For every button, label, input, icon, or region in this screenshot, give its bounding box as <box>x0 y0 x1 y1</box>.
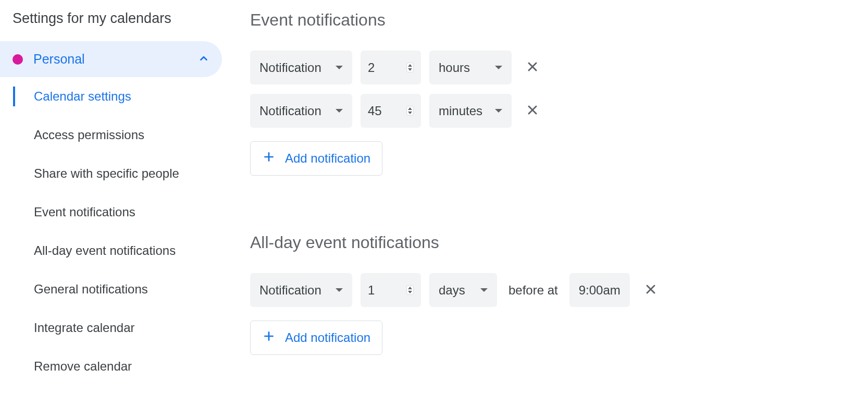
sidebar-title: Settings for my calendars <box>0 10 229 41</box>
add-allday-notification-button[interactable]: Add notification <box>250 321 382 355</box>
number-spinner[interactable] <box>406 106 414 116</box>
calendar-color-dot <box>13 54 23 65</box>
spinner-down-icon[interactable] <box>407 290 413 294</box>
spinner-down-icon[interactable] <box>407 68 413 71</box>
before-at-text: before at <box>509 283 558 298</box>
plus-icon <box>262 150 276 167</box>
dropdown-arrow-icon <box>336 288 343 292</box>
plus-icon <box>262 329 276 346</box>
notification-unit-value: days <box>439 283 465 298</box>
notification-time-value: 9:00am <box>579 283 621 298</box>
notification-type-value: Notification <box>259 104 321 118</box>
notification-value-input[interactable]: 45 <box>361 94 421 128</box>
sidebar-nav-item[interactable]: Remove calendar <box>15 347 229 386</box>
notification-type-select[interactable]: Notification <box>250 273 352 307</box>
svg-marker-4 <box>408 107 412 110</box>
notification-unit-select[interactable]: days <box>429 273 497 307</box>
remove-notification-button[interactable] <box>520 97 545 124</box>
spinner-up-icon[interactable] <box>407 64 413 67</box>
allday-notifications-title: All-day event notifications <box>250 233 847 252</box>
sidebar-nav-item[interactable]: Calendar settings <box>15 77 229 116</box>
svg-marker-10 <box>408 287 412 289</box>
dropdown-arrow-icon <box>480 288 488 292</box>
svg-marker-1 <box>408 68 412 71</box>
sidebar-nav: Calendar settingsAccess permissionsShare… <box>13 77 229 386</box>
sidebar-nav-item[interactable]: Integrate calendar <box>15 309 229 347</box>
notification-row: Notification2hours <box>250 51 847 84</box>
sidebar-nav-item[interactable]: Event notifications <box>15 193 229 231</box>
dropdown-arrow-icon <box>495 66 502 69</box>
notification-type-select[interactable]: Notification <box>250 94 352 128</box>
notification-row: Notification1daysbefore at9:00am <box>250 273 847 307</box>
sidebar: Settings for my calendars Personal Calen… <box>0 0 229 418</box>
notification-type-select[interactable]: Notification <box>250 51 352 84</box>
sidebar-nav-item[interactable]: General notifications <box>15 270 229 309</box>
dropdown-arrow-icon <box>336 109 343 113</box>
notification-time-input[interactable]: 9:00am <box>569 273 630 307</box>
number-spinner[interactable] <box>406 285 414 295</box>
main-content: Event notifications Notification2hoursNo… <box>229 0 868 418</box>
notification-type-value: Notification <box>259 283 321 298</box>
close-icon <box>525 103 540 119</box>
notification-value: 1 <box>368 283 375 298</box>
notification-row: Notification45minutes <box>250 94 847 128</box>
notification-unit-value: hours <box>439 60 470 75</box>
notification-value: 45 <box>368 104 382 118</box>
spinner-up-icon[interactable] <box>407 286 413 290</box>
event-notifications-section: Event notifications Notification2hoursNo… <box>250 10 847 176</box>
notification-value-input[interactable]: 2 <box>361 51 421 84</box>
spinner-up-icon[interactable] <box>407 107 413 110</box>
sidebar-nav-item[interactable]: All-day event notifications <box>15 231 229 270</box>
sidebar-nav-item[interactable]: Access permissions <box>15 116 229 154</box>
notification-value: 2 <box>368 60 375 75</box>
add-event-notification-label: Add notification <box>285 151 370 166</box>
calendar-name: Personal <box>33 52 198 67</box>
dropdown-arrow-icon <box>495 109 502 113</box>
close-icon <box>643 282 658 298</box>
notification-unit-value: minutes <box>439 104 482 118</box>
number-spinner[interactable] <box>406 63 414 72</box>
notification-type-value: Notification <box>259 60 321 75</box>
event-notifications-title: Event notifications <box>250 10 847 30</box>
sidebar-nav-item[interactable]: Share with specific people <box>15 154 229 193</box>
dropdown-arrow-icon <box>336 66 343 69</box>
svg-marker-5 <box>408 112 412 114</box>
notification-unit-select[interactable]: minutes <box>429 94 512 128</box>
add-allday-notification-label: Add notification <box>285 330 370 345</box>
svg-marker-0 <box>408 64 412 67</box>
notification-value-input[interactable]: 1 <box>361 273 421 307</box>
spinner-down-icon[interactable] <box>407 111 413 115</box>
remove-notification-button[interactable] <box>520 54 545 81</box>
svg-marker-11 <box>408 291 412 293</box>
calendar-toggle[interactable]: Personal <box>0 41 222 77</box>
notification-unit-select[interactable]: hours <box>429 51 512 84</box>
allday-notifications-section: All-day event notifications Notification… <box>250 233 847 355</box>
remove-notification-button[interactable] <box>638 277 663 303</box>
add-event-notification-button[interactable]: Add notification <box>250 141 382 176</box>
chevron-up-icon <box>198 53 209 66</box>
close-icon <box>525 59 540 76</box>
